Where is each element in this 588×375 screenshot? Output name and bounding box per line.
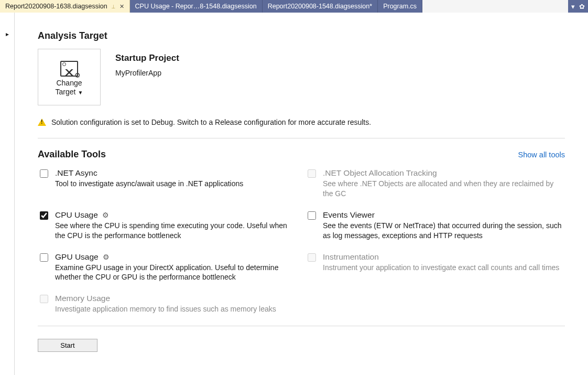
tool-title: .NET Object Allocation Tracking [323, 168, 437, 178]
tool-checkbox-memory-usage [40, 295, 48, 303]
active-files-dropdown-icon[interactable]: ▾ [571, 3, 575, 10]
tool-desc: Instrument your application to investiga… [323, 263, 564, 273]
close-icon[interactable]: ✕ [119, 3, 124, 10]
gear-icon[interactable]: ⚙ [103, 253, 110, 261]
tool-memory-usage: Memory Usage Investigate application mem… [38, 294, 297, 314]
tab-program-cs[interactable]: Program.cs [378, 0, 422, 13]
tab-cpu-usage[interactable]: CPU Usage - Repor…8-1548.diagsession [130, 0, 263, 13]
tool-checkbox-net-async[interactable] [40, 169, 48, 178]
tool-net-obj-alloc: .NET Object Allocation Tracking See wher… [306, 168, 565, 199]
tool-title: Instrumentation [323, 252, 379, 262]
tab-label: Report20200908-1638.diagsession [5, 3, 107, 10]
show-all-tools-link[interactable]: Show all tools [518, 151, 565, 159]
tool-title: Memory Usage [55, 294, 110, 303]
pin-icon[interactable]: ⟂ [112, 3, 115, 9]
tool-desc: Investigate application memory to find i… [55, 304, 296, 314]
tool-gpu-usage: GPU Usage ⚙ Examine GPU usage in your Di… [38, 252, 297, 283]
tab-report-1638[interactable]: Report20200908-1638.diagsession ⟂ ✕ [0, 0, 130, 13]
tool-desc: Examine GPU usage in your DirectX applic… [55, 263, 296, 283]
tool-title: Events Viewer [323, 210, 375, 220]
tools-grid: .NET Async Tool to investigate async/awa… [38, 168, 565, 314]
tool-instrumentation: Instrumentation Instrument your applicat… [306, 252, 565, 283]
tool-checkbox-net-obj-alloc [308, 169, 316, 178]
tool-cpu-usage: CPU Usage ⚙ See where the CPU is spendin… [38, 210, 297, 241]
left-gutter: ▸ [0, 13, 15, 375]
project-name: MyProfilerApp [115, 69, 179, 77]
tool-checkbox-cpu-usage[interactable] [40, 211, 48, 220]
tab-strip-overflow: ▾ ✿ [568, 0, 588, 13]
tool-title: .NET Async [55, 168, 97, 178]
start-button[interactable]: Start [38, 339, 97, 352]
tool-desc: See where .NET Objects are allocated and… [323, 179, 564, 199]
chevron-down-icon: ▼ [78, 90, 83, 95]
warning-text: Solution configuration is set to Debug. … [51, 118, 371, 126]
tool-checkbox-events-viewer[interactable] [308, 211, 316, 220]
change-target-button[interactable]: ⚙ Change Target▼ [38, 49, 101, 105]
tool-desc: See the events (ETW or NetTrace) that oc… [323, 221, 564, 241]
tool-desc: See where the CPU is spending time execu… [55, 221, 296, 241]
startup-project-title: Startup Project [115, 53, 179, 63]
tab-label: Report20200908-1548.diagsession* [268, 3, 372, 10]
tab-label: CPU Usage - Repor…8-1548.diagsession [135, 3, 257, 10]
target-picture-icon: ⚙ [60, 61, 78, 77]
divider [38, 138, 565, 138]
warning-icon [38, 119, 46, 126]
gear-icon[interactable]: ⚙ [102, 211, 109, 219]
gear-icon[interactable]: ✿ [579, 3, 585, 10]
analysis-target-heading: Analysis Target [38, 30, 565, 41]
tab-label: Program.cs [383, 3, 417, 10]
gear-icon: ⚙ [74, 71, 81, 79]
main-content: Analysis Target ⚙ Change Target▼ Startup… [15, 13, 588, 375]
tool-net-async: .NET Async Tool to investigate async/awa… [38, 168, 297, 199]
tab-bar: Report20200908-1638.diagsession ⟂ ✕ CPU … [0, 0, 588, 13]
tool-checkbox-instrumentation [308, 253, 316, 262]
tab-report-1548[interactable]: Report20200908-1548.diagsession* [263, 0, 378, 13]
available-tools-heading: Available Tools [38, 149, 106, 160]
tool-title: GPU Usage [55, 252, 99, 262]
warning-row: Solution configuration is set to Debug. … [38, 118, 565, 126]
tool-checkbox-gpu-usage[interactable] [40, 253, 48, 262]
tool-events-viewer: Events Viewer See the events (ETW or Net… [306, 210, 565, 241]
divider [38, 326, 565, 326]
tool-desc: Tool to investigate async/await usage in… [55, 179, 296, 189]
tool-title: CPU Usage [55, 210, 98, 220]
change-target-label: Change Target▼ [56, 79, 83, 97]
expand-gutter-icon[interactable]: ▸ [6, 30, 9, 375]
target-info: Startup Project MyProfilerApp [115, 49, 179, 77]
